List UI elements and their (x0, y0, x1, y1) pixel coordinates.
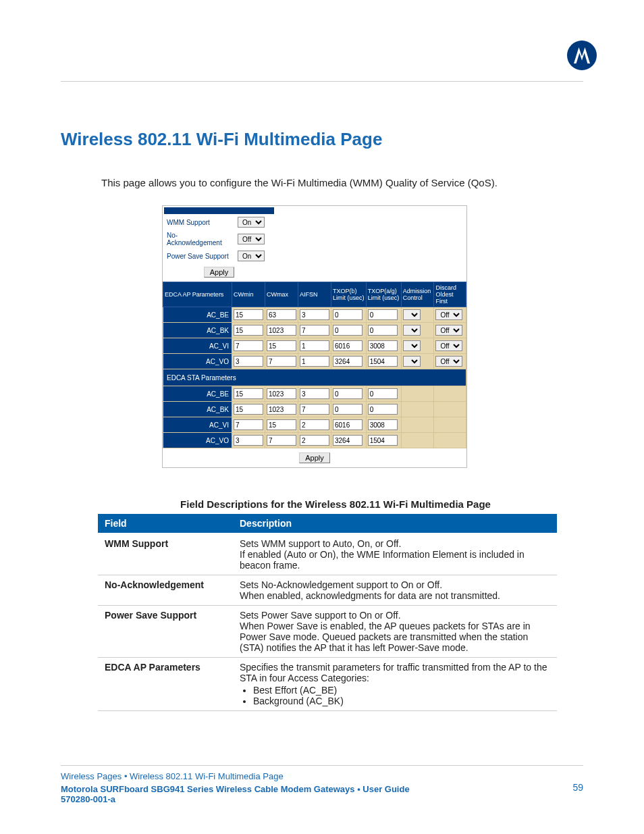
param-select[interactable]: Off (435, 356, 462, 367)
desc-field: EDCA AP Parameters (98, 658, 233, 711)
no-ack-select[interactable]: Off (238, 234, 265, 244)
param-input[interactable] (234, 325, 263, 336)
ap-row: AC_VO Off (163, 354, 466, 369)
footer-breadcrumb: Wireless Pages • Wireless 802.11 Wi-Fi M… (61, 771, 583, 781)
param-input[interactable] (267, 404, 296, 415)
apply-top-button[interactable]: Apply (204, 267, 235, 278)
desc-caption: Field Descriptions for the Wireless 802.… (88, 498, 583, 510)
sta-row: AC_VO (163, 433, 466, 448)
desc-text: Specifies the transmit parameters for tr… (233, 658, 557, 711)
motorola-logo-icon (567, 41, 597, 70)
param-select[interactable]: Off (435, 325, 462, 336)
param-input[interactable] (368, 388, 398, 399)
desc-row: EDCA AP Parameters Specifies the transmi… (98, 658, 557, 711)
desc-row: WMM Support Sets WMM support to Auto, On… (98, 533, 557, 575)
desc-field: WMM Support (98, 533, 233, 575)
wmm-config-panel: WMM Support On No-Acknowledgement Off Po… (162, 205, 467, 468)
param-input[interactable] (267, 340, 296, 351)
page-title: Wireless 802.11 Wi-Fi Multimedia Page (61, 129, 583, 150)
footer-docnum: 570280-001-a (61, 794, 583, 804)
edca-ap-header: EDCA AP Parameters (163, 282, 232, 307)
param-input[interactable] (333, 325, 363, 336)
param-input[interactable] (234, 419, 263, 430)
edca-sta-header: EDCA STA Parameters (163, 369, 466, 386)
param-input[interactable] (333, 356, 363, 367)
param-input[interactable] (267, 435, 296, 446)
param-input[interactable] (300, 419, 329, 430)
ap-row: AC_BE Off (163, 307, 466, 323)
row-label: AC_BK (163, 323, 232, 338)
param-input[interactable] (368, 419, 398, 430)
param-input[interactable] (234, 340, 263, 351)
bullet: Best Effort (AC_BE) (253, 685, 550, 696)
param-input[interactable] (267, 419, 296, 430)
row-label: AC_BK (163, 402, 232, 417)
desc-row: Power Save Support Sets Power Save suppo… (98, 606, 557, 658)
sta-row: AC_BK (163, 402, 466, 417)
desc-field: Power Save Support (98, 606, 233, 658)
desc-text: Sets WMM support to Auto, On, or Off.If … (233, 533, 557, 575)
param-select[interactable] (403, 309, 421, 320)
param-input[interactable] (234, 309, 263, 320)
param-select[interactable] (403, 340, 421, 351)
wmm-support-select[interactable]: On (238, 217, 265, 228)
param-input[interactable] (368, 435, 398, 446)
param-input[interactable] (300, 340, 329, 351)
row-label: AC_VI (163, 338, 232, 354)
param-input[interactable] (234, 388, 263, 399)
edca-ap-table: EDCA AP Parameters CWmin CWmax AIFSN TXO… (163, 282, 466, 448)
param-input[interactable] (300, 404, 329, 415)
ap-row: AC_VI Off (163, 338, 466, 354)
param-input[interactable] (333, 404, 363, 415)
param-input[interactable] (300, 388, 329, 399)
row-label: AC_BE (163, 386, 232, 402)
col-field: Field (98, 514, 233, 533)
sta-row: AC_BE (163, 386, 466, 402)
param-select[interactable] (403, 325, 421, 336)
param-input[interactable] (333, 340, 363, 351)
param-select[interactable] (403, 356, 421, 367)
desc-row: No-Acknowledgement Sets No-Acknowledgeme… (98, 575, 557, 606)
param-input[interactable] (234, 404, 263, 415)
param-input[interactable] (368, 404, 398, 415)
param-input[interactable] (267, 325, 296, 336)
param-input[interactable] (267, 388, 296, 399)
page-number: 59 (572, 782, 583, 793)
power-save-label: Power Save Support (164, 249, 234, 263)
param-input[interactable] (333, 435, 363, 446)
wmm-support-label: WMM Support (164, 215, 234, 229)
param-input[interactable] (267, 356, 296, 367)
bullet: Background (AC_BK) (253, 696, 550, 706)
param-input[interactable] (267, 309, 296, 320)
param-input[interactable] (333, 419, 363, 430)
param-input[interactable] (234, 435, 263, 446)
param-input[interactable] (300, 356, 329, 367)
row-label: AC_VO (163, 354, 232, 369)
param-input[interactable] (368, 340, 398, 351)
row-label: AC_BE (163, 307, 232, 323)
param-input[interactable] (333, 388, 363, 399)
param-input[interactable] (368, 309, 398, 320)
field-description-table: Field Description WMM Support Sets WMM s… (98, 514, 557, 711)
param-input[interactable] (300, 435, 329, 446)
param-select[interactable]: Off (435, 340, 462, 351)
param-input[interactable] (368, 325, 398, 336)
desc-text: Sets Power Save support to On or Off.Whe… (233, 606, 557, 658)
desc-text: Sets No-Acknowledgement support to On or… (233, 575, 557, 606)
apply-bottom-button[interactable]: Apply (299, 452, 330, 463)
param-input[interactable] (333, 309, 363, 320)
sta-row: AC_VI (163, 417, 466, 433)
param-input[interactable] (300, 309, 329, 320)
col-desc: Description (233, 514, 557, 533)
footer-product: Motorola SURFboard SBG941 Series Wireles… (61, 784, 583, 794)
param-select[interactable]: Off (435, 309, 462, 320)
row-label: AC_VO (163, 433, 232, 448)
top-divider (61, 81, 583, 82)
power-save-select[interactable]: On (238, 251, 265, 261)
row-label: AC_VI (163, 417, 232, 433)
param-input[interactable] (300, 325, 329, 336)
param-input[interactable] (368, 356, 398, 367)
page-footer: Wireless Pages • Wireless 802.11 Wi-Fi M… (61, 765, 583, 804)
desc-field: No-Acknowledgement (98, 575, 233, 606)
param-input[interactable] (234, 356, 263, 367)
